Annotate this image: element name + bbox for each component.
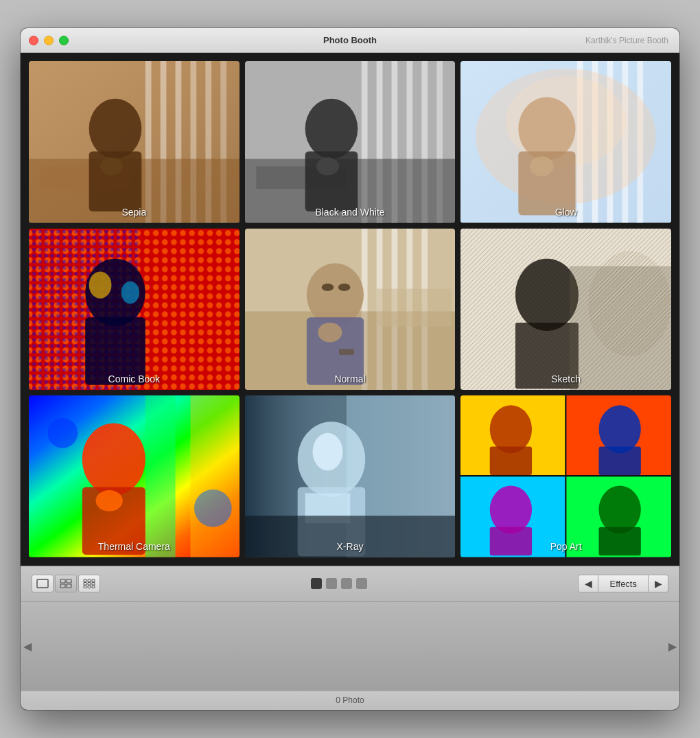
thermal-label: Thermal Camera bbox=[29, 541, 240, 552]
filmstrip-left-arrow[interactable]: ◀ bbox=[21, 602, 34, 691]
effect-xray[interactable]: X-Ray bbox=[245, 395, 456, 557]
grid9-view-button[interactable] bbox=[78, 575, 100, 592]
titlebar: Photo Booth Karthik's Picture Booth bbox=[21, 28, 679, 53]
window-subtitle: Karthik's Picture Booth bbox=[585, 36, 668, 45]
effects-next-button[interactable]: ▶ bbox=[648, 575, 668, 592]
svg-rect-103 bbox=[67, 584, 71, 588]
filmstrip-scroll[interactable] bbox=[34, 602, 666, 691]
effects-label: Effects bbox=[598, 575, 648, 592]
svg-rect-94 bbox=[599, 447, 641, 476]
photo-count: 0 Photo bbox=[336, 695, 364, 705]
dot-2[interactable] bbox=[326, 578, 337, 589]
svg-point-72 bbox=[82, 424, 145, 496]
svg-point-74 bbox=[47, 418, 78, 448]
effect-thermal[interactable]: Thermal Camera bbox=[29, 395, 240, 557]
traffic-lights bbox=[29, 36, 69, 45]
svg-rect-107 bbox=[84, 583, 86, 586]
svg-rect-106 bbox=[92, 579, 95, 582]
dot-3[interactable] bbox=[341, 578, 352, 589]
sepia-label: Sepia bbox=[29, 207, 240, 218]
svg-point-82 bbox=[312, 433, 342, 471]
svg-point-57 bbox=[338, 284, 350, 291]
svg-point-34 bbox=[519, 97, 576, 161]
popart-label: Pop Art bbox=[460, 541, 671, 552]
svg-point-56 bbox=[321, 284, 334, 291]
svg-point-12 bbox=[100, 157, 123, 175]
dot-4[interactable] bbox=[356, 578, 367, 589]
svg-rect-104 bbox=[84, 579, 86, 582]
svg-point-64 bbox=[515, 259, 579, 331]
svg-point-97 bbox=[599, 486, 641, 534]
svg-rect-101 bbox=[67, 579, 71, 583]
sketch-label: Sketch bbox=[460, 373, 671, 384]
effect-bw[interactable]: Black and White bbox=[245, 61, 456, 222]
svg-rect-110 bbox=[84, 586, 86, 588]
svg-point-22 bbox=[305, 99, 358, 159]
effect-sketch[interactable]: Sketch bbox=[460, 229, 671, 390]
svg-point-54 bbox=[306, 263, 363, 326]
svg-rect-100 bbox=[60, 579, 65, 583]
svg-rect-92 bbox=[490, 447, 532, 476]
app-window: Photo Booth Karthik's Picture Booth bbox=[21, 28, 679, 709]
filmstrip-right-arrow[interactable]: ▶ bbox=[666, 602, 679, 691]
comic-label: Comic Book bbox=[29, 373, 240, 384]
svg-point-10 bbox=[89, 99, 142, 159]
svg-point-76 bbox=[95, 490, 122, 511]
effect-sepia[interactable]: Sepia bbox=[29, 61, 240, 222]
effects-navigation: ◀ Effects ▶ bbox=[578, 575, 668, 592]
svg-rect-112 bbox=[92, 586, 95, 588]
svg-point-75 bbox=[194, 489, 232, 527]
status-bar: 0 Photo bbox=[21, 691, 679, 710]
svg-rect-108 bbox=[88, 583, 91, 586]
svg-point-95 bbox=[490, 486, 532, 534]
toolbar: ◀ Effects ▶ bbox=[21, 566, 679, 601]
svg-rect-59 bbox=[339, 349, 354, 355]
dot-1[interactable] bbox=[311, 578, 322, 589]
effects-grid-container: Sepia Black and Whit bbox=[21, 53, 679, 565]
effect-popart[interactable]: Pop Art bbox=[460, 395, 671, 557]
svg-point-24 bbox=[316, 157, 339, 175]
svg-point-44 bbox=[89, 271, 112, 298]
normal-label: Normal bbox=[245, 373, 456, 384]
svg-rect-99 bbox=[37, 579, 48, 588]
svg-point-45 bbox=[121, 281, 139, 303]
effect-comic[interactable]: Comic Book bbox=[29, 229, 240, 390]
effect-glow[interactable]: Glow bbox=[460, 61, 671, 222]
grid4-view-button[interactable] bbox=[55, 575, 77, 592]
svg-rect-102 bbox=[60, 584, 65, 588]
effects-grid: Sepia Black and Whit bbox=[29, 61, 671, 557]
page-dots bbox=[108, 578, 570, 589]
effects-prev-button[interactable]: ◀ bbox=[578, 575, 598, 592]
minimize-button[interactable] bbox=[44, 36, 54, 45]
svg-rect-109 bbox=[92, 583, 95, 586]
window-title: Photo Booth bbox=[323, 35, 377, 45]
effect-normal[interactable]: Normal bbox=[245, 229, 456, 390]
svg-rect-105 bbox=[88, 579, 91, 582]
maximize-button[interactable] bbox=[59, 36, 69, 45]
svg-rect-53 bbox=[376, 288, 452, 326]
svg-point-93 bbox=[599, 405, 641, 453]
svg-rect-70 bbox=[145, 395, 176, 557]
bw-label: Black and White bbox=[245, 207, 456, 218]
svg-point-36 bbox=[530, 157, 554, 176]
single-view-button[interactable] bbox=[32, 575, 54, 592]
svg-rect-68 bbox=[570, 266, 671, 391]
close-button[interactable] bbox=[29, 36, 38, 45]
svg-rect-71 bbox=[190, 395, 239, 557]
filmstrip: ◀ ▶ bbox=[21, 601, 679, 691]
svg-rect-111 bbox=[88, 586, 91, 588]
xray-label: X-Ray bbox=[245, 541, 456, 552]
glow-label: Glow bbox=[460, 207, 671, 218]
svg-point-58 bbox=[318, 323, 342, 342]
svg-point-91 bbox=[490, 405, 532, 453]
view-buttons bbox=[32, 575, 100, 592]
